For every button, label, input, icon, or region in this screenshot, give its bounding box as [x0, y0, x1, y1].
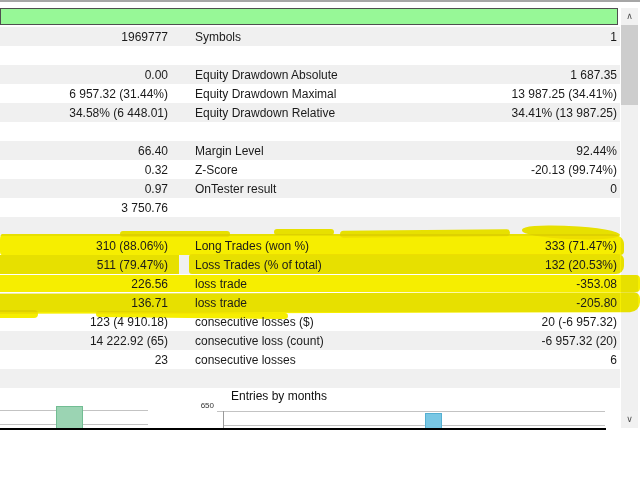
stat-right-value: 333 (71.47%) — [447, 239, 620, 253]
gridline — [217, 411, 605, 412]
tester-report-window: 1969777 Symbols 1 0.00 Equity Drawdown A… — [0, 0, 640, 480]
stat-left-value: 0.00 — [0, 68, 168, 82]
stat-right-value: 34.41% (13 987.25) — [447, 106, 620, 120]
chevron-down-icon: ∨ — [626, 414, 633, 424]
window-top-border — [0, 0, 640, 2]
chevron-up-icon: ∧ — [626, 11, 633, 21]
stat-left-value: 123 (4 910.18) — [0, 315, 168, 329]
stats-row: 23 consecutive losses 6 — [0, 350, 620, 369]
stat-right-value: -205.80 — [447, 296, 620, 310]
stat-label: OnTester result — [195, 182, 447, 196]
stat-label: Margin Level — [195, 144, 447, 158]
chart-bar-blue — [425, 413, 442, 428]
stat-label: Loss Trades (% of total) — [195, 258, 447, 272]
stat-right-value: -20.13 (99.74%) — [447, 163, 620, 177]
stat-left-value: 511 (79.47%) — [0, 258, 168, 272]
stats-row: 34.58% (6 448.01) Equity Drawdown Relati… — [0, 103, 620, 122]
chart-y-axis-tick-label: 650 — [188, 401, 214, 410]
chart-baseline — [0, 428, 606, 430]
stat-left-value: 136.71 — [0, 296, 168, 310]
stat-right-value: -6 957.32 (20) — [447, 334, 620, 348]
stats-row: 1969777 Symbols 1 — [0, 27, 620, 46]
stat-left-value: 0.97 — [0, 182, 168, 196]
stats-row: 66.40 Margin Level 92.44% — [0, 141, 620, 160]
stats-row: 136.71 loss trade -205.80 — [0, 293, 620, 312]
scroll-up-button[interactable]: ∧ — [621, 8, 638, 25]
stat-right-value: 92.44% — [447, 144, 620, 158]
stat-right-value: 132 (20.53%) — [447, 258, 620, 272]
stat-left-value: 3 750.76 — [0, 201, 168, 215]
stats-row: 226.56 loss trade -353.08 — [0, 274, 620, 293]
stat-label: Long Trades (won %) — [195, 239, 447, 253]
stat-left-value: 66.40 — [0, 144, 168, 158]
stat-label: Z-Score — [195, 163, 447, 177]
stat-right-value: 20 (-6 957.32) — [447, 315, 620, 329]
stats-row: 511 (79.47%) Loss Trades (% of total) 13… — [0, 255, 620, 274]
stats-row: 0.97 OnTester result 0 — [0, 179, 620, 198]
highlight-marker — [274, 229, 334, 235]
stat-label: loss trade — [195, 277, 447, 291]
stat-right-value: 6 — [447, 353, 620, 367]
stats-rows: 1969777 Symbols 1 0.00 Equity Drawdown A… — [0, 27, 620, 388]
stat-label: Equity Drawdown Absolute — [195, 68, 447, 82]
stat-left-value: 23 — [0, 353, 168, 367]
stat-label: consecutive loss (count) — [195, 334, 447, 348]
stat-left-value: 0.32 — [0, 163, 168, 177]
stats-row: 14 222.92 (65) consecutive loss (count) … — [0, 331, 620, 350]
chart-bar-green — [56, 406, 83, 428]
stat-label: Equity Drawdown Relative — [195, 106, 447, 120]
vertical-scrollbar[interactable]: ∧ ∨ — [621, 8, 638, 428]
scroll-down-button[interactable]: ∨ — [621, 411, 638, 428]
highlight-marker — [120, 231, 230, 237]
stats-row — [0, 46, 620, 65]
stat-right-value: 0 — [447, 182, 620, 196]
highlight-marker — [340, 229, 510, 237]
stat-left-value: 6 957.32 (31.44%) — [0, 87, 168, 101]
stat-left-value: 34.58% (6 448.01) — [0, 106, 168, 120]
stat-label: Equity Drawdown Maximal — [195, 87, 447, 101]
stat-label: Symbols — [195, 30, 447, 44]
stats-row — [0, 122, 620, 141]
stat-left-value: 1969777 — [0, 30, 168, 44]
stats-row: 0.32 Z-Score -20.13 (99.74%) — [0, 160, 620, 179]
stat-right-value: -353.08 — [447, 277, 620, 291]
stats-row: 310 (88.06%) Long Trades (won %) 333 (71… — [0, 236, 620, 255]
stat-right-value: 13 987.25 (34.41%) — [447, 87, 620, 101]
stat-left-value: 14 222.92 (65) — [0, 334, 168, 348]
stats-row — [0, 369, 620, 388]
stat-right-value: 1 687.35 — [447, 68, 620, 82]
progress-bar — [0, 8, 618, 25]
stats-row: 123 (4 910.18) consecutive losses ($) 20… — [0, 312, 620, 331]
chart-y-axis-line — [223, 411, 224, 428]
stat-label: consecutive losses ($) — [195, 315, 447, 329]
stat-right-value: 1 — [447, 30, 620, 44]
stats-row: 0.00 Equity Drawdown Absolute 1 687.35 — [0, 65, 620, 84]
stat-left-value: 226.56 — [0, 277, 168, 291]
stats-row: 6 957.32 (31.44%) Equity Drawdown Maxima… — [0, 84, 620, 103]
stat-label: loss trade — [195, 296, 447, 310]
gridline — [223, 425, 605, 426]
stat-left-value: 310 (88.06%) — [0, 239, 168, 253]
stat-label: consecutive losses — [195, 353, 447, 367]
stats-row: 3 750.76 — [0, 198, 620, 217]
chart-title: Entries by months — [231, 389, 327, 403]
scrollbar-thumb[interactable] — [621, 25, 638, 105]
